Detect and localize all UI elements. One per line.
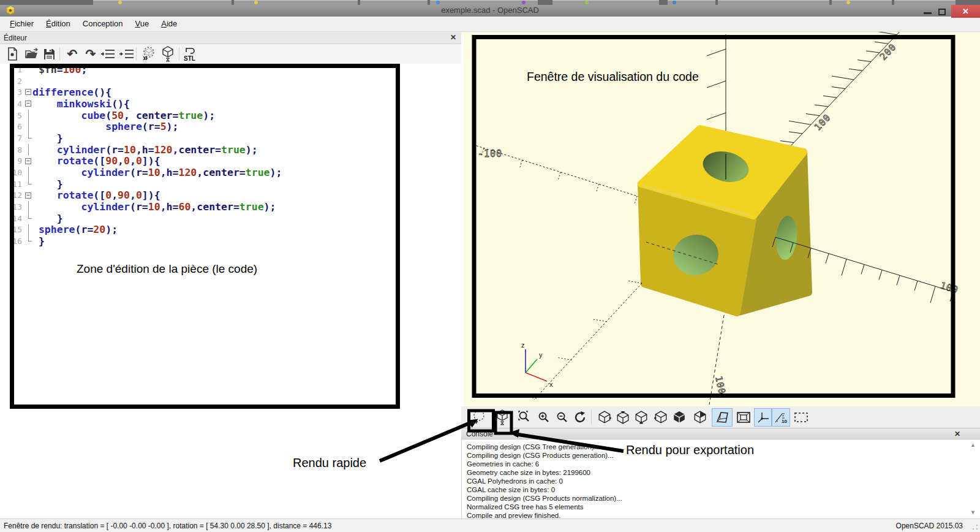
export-stl-button[interactable]: STL xyxy=(182,46,199,62)
line-number: 6 xyxy=(0,122,24,131)
console-scrollbar[interactable]: ▲ ▼ xyxy=(968,441,978,517)
code-line[interactable]: 8 cylinder(r=10,h=120,center=true); xyxy=(0,144,461,156)
code-line[interactable]: 3−difference(){ xyxy=(0,86,461,98)
code-line[interactable]: 10 cylinder(r=10,h=120,center=true); xyxy=(0,167,461,178)
render-status-text: Fenêtre de rendu: translation = [ -0.00 … xyxy=(4,522,331,530)
editor-annotation-label: Zone d'édition de la pièce (le code) xyxy=(77,262,257,276)
show-scale-markers-button[interactable]: 10 xyxy=(772,408,790,427)
fold-column xyxy=(24,64,32,75)
console-panel-title: Console xyxy=(466,430,493,438)
fold-marker-box[interactable]: − xyxy=(24,86,32,98)
code-text: } xyxy=(32,213,63,224)
resize-grip[interactable] xyxy=(972,524,978,530)
code-text: cylinder(r=10,h=60,center=true); xyxy=(32,201,276,213)
open-file-button[interactable] xyxy=(23,46,40,62)
menu-item-aide[interactable]: Aide xyxy=(155,17,183,31)
line-number: 14 xyxy=(0,214,24,223)
view-top-icon[interactable] xyxy=(614,408,632,427)
reset-view-icon[interactable] xyxy=(571,408,589,427)
fold-marker-line xyxy=(24,167,32,178)
line-number: 8 xyxy=(0,145,24,154)
view-right-icon[interactable] xyxy=(595,408,614,427)
render-button[interactable] xyxy=(493,408,511,427)
view-front-icon[interactable] xyxy=(670,408,688,427)
menu-item-édition[interactable]: Édition xyxy=(40,17,77,31)
background-taskbar-strip xyxy=(0,0,980,5)
menu-item-vue[interactable]: Vue xyxy=(129,17,156,31)
menu-item-conception[interactable]: Conception xyxy=(77,17,129,31)
code-line[interactable]: 6 sphere(r=5); xyxy=(0,121,461,132)
menu-item-fichier[interactable]: Fichier xyxy=(4,17,40,31)
maximize-button[interactable] xyxy=(938,9,946,15)
console-close-icon[interactable]: ✕ xyxy=(954,430,960,438)
editor-close-icon[interactable]: ✕ xyxy=(450,33,456,42)
code-line[interactable]: 11 } xyxy=(0,178,461,190)
view-back-icon[interactable] xyxy=(691,408,709,427)
background-tab xyxy=(718,0,829,5)
code-line[interactable]: 12− rotate([0,90,0]){ xyxy=(0,190,461,202)
scroll-up-icon[interactable]: ▲ xyxy=(968,441,978,450)
background-tab xyxy=(894,0,956,5)
triad-y-label: y xyxy=(539,351,543,359)
line-number: 3 xyxy=(0,88,24,97)
preview-button[interactable]: » xyxy=(140,46,157,62)
view-bottom-icon[interactable] xyxy=(632,408,650,427)
console-line: Compile and preview finished. xyxy=(467,511,965,519)
line-number: 12 xyxy=(0,191,24,200)
code-line[interactable]: 7 } xyxy=(0,132,461,144)
triad-z-label: z xyxy=(521,341,525,349)
zoom-in-icon[interactable] xyxy=(534,408,552,427)
code-line[interactable]: 15 sphere(r=20); xyxy=(0,224,461,236)
stl-label: STL xyxy=(184,55,195,62)
line-number: 7 xyxy=(0,134,24,143)
fold-marker-corner xyxy=(24,178,32,190)
view-orthogonal-button[interactable] xyxy=(734,408,753,427)
fold-marker-box[interactable]: − xyxy=(24,190,32,202)
zoom-all-icon[interactable] xyxy=(515,408,533,427)
unindent-button[interactable] xyxy=(99,46,116,62)
close-button[interactable]: ✕ xyxy=(951,5,980,18)
code-line[interactable]: 4− minkowski(){ xyxy=(0,98,461,110)
background-tab-icon xyxy=(585,1,589,4)
toolbar-separator xyxy=(136,47,137,60)
code-editor[interactable]: 1 $fn=100;23−difference(){4− minkowski()… xyxy=(0,64,461,519)
fold-marker-box[interactable]: − xyxy=(24,156,32,167)
code-line[interactable]: 14 } xyxy=(0,213,461,224)
code-line[interactable]: 13 cylinder(r=10,h=60,center=true); xyxy=(0,201,461,213)
render-button[interactable] xyxy=(159,46,176,62)
fold-marker-line xyxy=(24,110,32,121)
code-line[interactable]: 1 $fn=100; xyxy=(0,64,461,75)
code-line[interactable]: 5 cube(50, center=true); xyxy=(0,110,461,121)
minimize-button[interactable] xyxy=(924,12,932,14)
show-axes-button[interactable] xyxy=(754,408,772,427)
crosshair-button[interactable] xyxy=(792,408,810,427)
background-tab-icon xyxy=(118,1,122,4)
undo-button[interactable]: ↶ xyxy=(64,46,81,62)
svg-text:»: » xyxy=(473,416,478,425)
menubar: FichierÉditionConceptionVueAide xyxy=(0,17,980,32)
titlebar: exemple.scad - OpenSCAD ✕ xyxy=(0,5,980,17)
code-line[interactable]: 2 xyxy=(0,75,461,87)
view-left-icon[interactable] xyxy=(652,408,670,427)
3d-viewport[interactable]: -100 100 200 100 100 z y x Fenêtre de xyxy=(464,32,980,406)
line-number: 5 xyxy=(0,111,24,120)
redo-button[interactable]: ↷ xyxy=(82,46,99,62)
code-text: cylinder(r=10,h=120,center=true); xyxy=(32,167,282,178)
code-text: rotate([90,0,0]){ xyxy=(32,155,160,167)
fold-marker-box[interactable]: − xyxy=(24,98,32,110)
indent-button[interactable] xyxy=(118,46,135,62)
preview-button[interactable]: » xyxy=(469,408,488,427)
editor-panel-header: Éditeur ✕ xyxy=(0,32,461,44)
toolbar-separator xyxy=(59,47,60,60)
zoom-out-icon[interactable] xyxy=(552,408,571,427)
code-line[interactable]: 16 } xyxy=(0,235,461,247)
svg-text:»: » xyxy=(143,52,148,62)
save-button[interactable] xyxy=(40,46,58,62)
viewport-annotation-label: Fenêtre de visualisation du code xyxy=(527,70,699,83)
code-line[interactable]: 9− rotate([90,0,0]){ xyxy=(0,156,461,167)
fold-marker-line xyxy=(24,224,32,236)
new-file-button[interactable] xyxy=(4,46,21,62)
scroll-down-icon[interactable]: ▼ xyxy=(968,508,978,517)
console-panel-header: Console ✕ xyxy=(461,428,980,439)
view-perspective-button[interactable] xyxy=(712,408,733,427)
